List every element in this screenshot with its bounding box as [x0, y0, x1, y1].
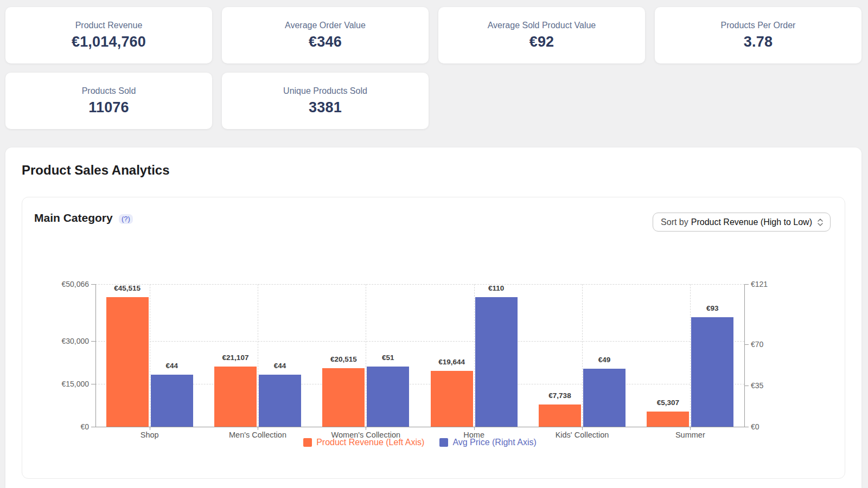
vertical-gridline — [150, 284, 150, 427]
right-axis-tick — [744, 344, 749, 345]
kpi-value: €1,014,760 — [72, 34, 146, 50]
x-axis-line — [95, 427, 744, 427]
kpi-value: 11076 — [88, 99, 129, 116]
kpi-label: Average Sold Product Value — [488, 21, 596, 30]
kpi-label: Average Order Value — [285, 21, 366, 30]
right-axis-tick — [744, 386, 749, 386]
right-axis-tick-label: €121 — [751, 280, 800, 288]
avg-price-bar — [151, 375, 193, 427]
legend-label: Avg Price (Right Axis) — [452, 438, 536, 447]
product-sales-analytics-section: Product Sales Analytics Main Category (?… — [5, 147, 861, 488]
right-axis-tick-label: €35 — [751, 382, 800, 389]
bar-value-label: €7,738 — [527, 391, 592, 400]
legend-swatch-icon — [439, 438, 448, 447]
right-axis-tick — [744, 427, 749, 427]
legend-item[interactable]: Product Revenue (Left Axis) — [303, 438, 424, 447]
revenue-bar — [322, 368, 365, 427]
kpi-grid: Product Revenue €1,014,760 Average Order… — [5, 7, 861, 129]
kpi-label: Product Revenue — [75, 21, 143, 30]
revenue-bar — [214, 367, 257, 427]
kpi-label: Products Sold — [82, 86, 136, 96]
avg-price-bar — [259, 375, 301, 427]
avg-price-bar — [475, 297, 518, 427]
horizontal-gridline — [95, 284, 744, 285]
bar-value-label: €93 — [680, 304, 745, 312]
chart-legend: Product Revenue (Left Axis)Avg Price (Ri… — [95, 438, 744, 447]
bar-value-label: €21,107 — [203, 354, 268, 362]
bar-value-label: €5,307 — [635, 399, 700, 407]
kpi-value: €346 — [309, 34, 342, 50]
left-axis-tick-label: €0 — [40, 423, 89, 431]
left-axis-tick — [91, 384, 95, 384]
bar-value-label: €45,515 — [95, 284, 160, 292]
bar-value-label: €44 — [139, 362, 205, 370]
avg-price-bar — [691, 317, 733, 427]
kpi-label: Products Per Order — [721, 21, 796, 30]
kpi-card-unique-products-sold: Unique Products Sold 3381 — [222, 73, 429, 129]
dual-axis-bar-chart: ShopMen's CollectionWomen's CollectionHo… — [22, 197, 845, 478]
bar-value-label: €110 — [464, 284, 529, 292]
right-axis-tick-label: €70 — [751, 341, 800, 348]
avg-price-bar — [367, 367, 409, 427]
left-axis-tick — [91, 341, 95, 342]
legend-swatch-icon — [303, 438, 312, 447]
bar-value-label: €51 — [355, 354, 420, 362]
vertical-gridline — [474, 284, 475, 427]
left-axis-tick-label: €15,000 — [40, 380, 89, 388]
kpi-value: €92 — [529, 34, 554, 50]
kpi-value: 3381 — [309, 99, 342, 116]
horizontal-gridline — [95, 341, 744, 342]
legend-label: Product Revenue (Left Axis) — [316, 438, 424, 447]
bar-value-label: €44 — [247, 362, 312, 370]
kpi-card-products-per-order: Products Per Order 3.78 — [655, 7, 861, 63]
left-axis-tick-label: €50,066 — [40, 280, 89, 288]
revenue-bar — [647, 412, 689, 427]
revenue-bar — [539, 404, 581, 427]
avg-price-bar — [583, 369, 626, 427]
legend-item[interactable]: Avg Price (Right Axis) — [439, 438, 536, 447]
kpi-card-average-order-value: Average Order Value €346 — [222, 7, 429, 63]
revenue-bar — [431, 371, 473, 427]
kpi-card-product-revenue: Product Revenue €1,014,760 — [5, 7, 212, 63]
bar-value-label: €49 — [572, 356, 637, 364]
left-axis-line — [95, 284, 96, 427]
kpi-value: 3.78 — [744, 34, 773, 50]
kpi-card-products-sold: Products Sold 11076 — [5, 73, 212, 129]
kpi-card-average-sold-product-value: Average Sold Product Value €92 — [438, 7, 645, 63]
main-category-chart-card: Main Category (?) Sort by Product Revenu… — [22, 197, 845, 479]
bar-value-label: €19,644 — [419, 358, 484, 366]
section-title: Product Sales Analytics — [22, 163, 170, 178]
kpi-label: Unique Products Sold — [283, 86, 367, 96]
left-axis-tick-label: €30,000 — [40, 337, 89, 345]
right-axis-tick — [744, 284, 749, 285]
right-axis-tick-label: €0 — [751, 423, 800, 431]
left-axis-tick — [91, 427, 95, 427]
